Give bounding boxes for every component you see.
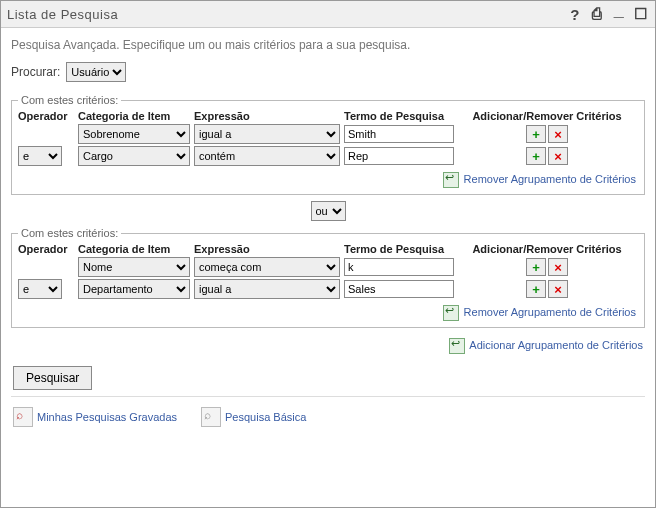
add-group-icon[interactable] [449,338,465,354]
expression-select[interactable]: igual a [194,124,340,144]
add-group-row: Adicionar Agrupamento de Critérios [11,334,645,360]
criteria-group-legend: Com estes critérios: [18,227,121,239]
minimize-icon[interactable]: _ [611,2,627,18]
term-input[interactable] [344,125,454,143]
search-target-row: Procurar: Usuário [11,62,645,82]
expression-select[interactable]: igual a [194,279,340,299]
remove-group-icon[interactable] [443,305,459,321]
add-row-icon[interactable]: + [526,125,546,143]
footer: Minhas Pesquisas Gravadas Pesquisa Básic… [11,401,645,431]
operator-select[interactable]: e [18,279,62,299]
col-term: Termo de Pesquisa [344,110,456,122]
saved-searches-icon [13,407,33,427]
remove-row-icon[interactable]: × [548,280,568,298]
category-select[interactable]: Departamento [78,279,190,299]
search-target-label: Procurar: [11,65,60,79]
criteria-row: e Cargo contém +× [18,146,638,166]
search-button[interactable]: Pesquisar [13,366,92,390]
remove-group-icon[interactable] [443,172,459,188]
term-input[interactable] [344,258,454,276]
titlebar: Lista de Pesquisa ? ⎙ _ ☐ [1,1,655,28]
category-select[interactable]: Sobrenome [78,124,190,144]
remove-row-icon[interactable]: × [548,147,568,165]
remove-group-link[interactable]: Remover Agrupamento de Critérios [464,173,636,185]
basic-search-item[interactable]: Pesquisa Básica [201,407,306,427]
add-row-icon[interactable]: + [526,280,546,298]
criteria-row: Nome começa com +× [18,257,638,277]
group-operator-select[interactable]: ou [311,201,346,221]
search-button-row: Pesquisar [13,366,645,390]
basic-search-link[interactable]: Pesquisa Básica [225,411,306,423]
maximize-icon[interactable]: ☐ [633,6,649,22]
remove-row-icon[interactable]: × [548,258,568,276]
criteria-row: Sobrenome igual a +× [18,124,638,144]
separator [11,396,645,397]
remove-row-icon[interactable]: × [548,125,568,143]
term-input[interactable] [344,147,454,165]
saved-searches-item[interactable]: Minhas Pesquisas Gravadas [13,407,177,427]
search-window: Lista de Pesquisa ? ⎙ _ ☐ Pesquisa Avanç… [0,0,656,508]
expression-select[interactable]: contém [194,146,340,166]
term-input[interactable] [344,280,454,298]
add-row-icon[interactable]: + [526,147,546,165]
col-actions: Adicionar/Remover Critérios [456,110,638,122]
criteria-group-1: Com estes critérios: Operador Categoria … [11,94,645,195]
between-groups: ou [11,201,645,221]
remove-group-link[interactable]: Remover Agrupamento de Critérios [464,306,636,318]
help-icon[interactable]: ? [567,6,583,22]
remove-group-row: Remover Agrupamento de Critérios [18,301,638,321]
window-title: Lista de Pesquisa [7,7,118,22]
col-actions: Adicionar/Remover Critérios [456,243,638,255]
criteria-row: e Departamento igual a +× [18,279,638,299]
subtitle: Pesquisa Avançada. Especifique um ou mai… [11,38,645,52]
saved-searches-link[interactable]: Minhas Pesquisas Gravadas [37,411,177,423]
category-select[interactable]: Nome [78,257,190,277]
print-icon[interactable]: ⎙ [589,6,605,22]
search-target-select[interactable]: Usuário [66,62,126,82]
content: Pesquisa Avançada. Especifique um ou mai… [1,28,655,435]
basic-search-icon [201,407,221,427]
criteria-group-2: Com estes critérios: Operador Categoria … [11,227,645,328]
criteria-header: Operador Categoria de Item Expressão Ter… [18,243,638,255]
criteria-header: Operador Categoria de Item Expressão Ter… [18,110,638,122]
category-select[interactable]: Cargo [78,146,190,166]
col-operator: Operador [18,243,78,255]
col-category: Categoria de Item [78,243,194,255]
col-term: Termo de Pesquisa [344,243,456,255]
remove-group-row: Remover Agrupamento de Critérios [18,168,638,188]
col-operator: Operador [18,110,78,122]
col-category: Categoria de Item [78,110,194,122]
add-group-link[interactable]: Adicionar Agrupamento de Critérios [469,339,643,351]
expression-select[interactable]: começa com [194,257,340,277]
operator-select[interactable]: e [18,146,62,166]
col-expression: Expressão [194,110,344,122]
col-expression: Expressão [194,243,344,255]
criteria-group-legend: Com estes critérios: [18,94,121,106]
add-row-icon[interactable]: + [526,258,546,276]
